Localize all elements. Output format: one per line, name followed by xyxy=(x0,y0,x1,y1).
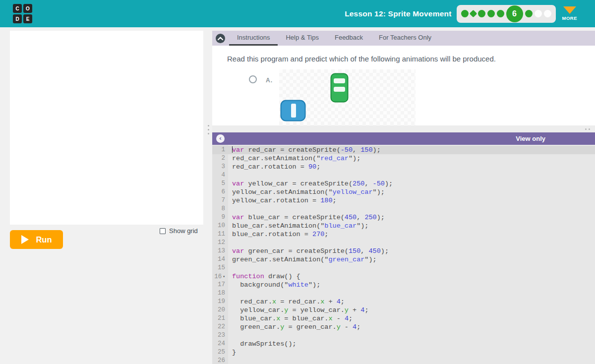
instructions-content: Read this program and predict which of t… xyxy=(212,46,595,125)
line-number: 10 xyxy=(212,222,228,230)
workspace-header: ‹ View only xyxy=(212,132,595,145)
progress-bubble-4[interactable] xyxy=(487,10,495,17)
line-number: 21 xyxy=(212,314,228,323)
collapse-code-button[interactable]: ‹ xyxy=(216,134,225,143)
code-lines: 1var red_car = createSprite(-50, 150);2r… xyxy=(212,145,595,364)
progress-bubble-5[interactable] xyxy=(497,10,504,17)
code-line-8: 8 xyxy=(212,205,595,213)
chevron-up-icon xyxy=(218,37,223,40)
instruction-prompt: Read this program and predict which of t… xyxy=(227,55,496,63)
line-number: 9 xyxy=(212,213,228,222)
code-editor[interactable]: 1var red_car = createSprite(-50, 150);2r… xyxy=(212,145,595,364)
animation-preview xyxy=(279,69,416,125)
progress-bubble-6[interactable]: 6 xyxy=(506,5,523,22)
panel-resize-handle-vertical[interactable] xyxy=(206,120,211,139)
progress-bubbles: 6 xyxy=(457,5,556,23)
collapse-instructions-button[interactable] xyxy=(216,34,225,43)
progress-bubble-2[interactable] xyxy=(469,10,477,18)
code-line-21: 21 blue_car.x = blue_car.x - 4; xyxy=(212,314,595,323)
line-number: 13 xyxy=(212,247,228,255)
green-car-sprite xyxy=(330,73,349,103)
top-header: C O D E Lesson 12: Sprite Movement 6 MOR… xyxy=(0,0,595,27)
tab-for-teachers-only[interactable]: For Teachers Only xyxy=(371,31,439,46)
line-number: 23 xyxy=(212,331,228,340)
code-line-2: 2red_car.setAnimation("red_car"); xyxy=(212,154,595,163)
progress-bubble-1[interactable] xyxy=(461,10,469,17)
chevron-left-icon: ‹ xyxy=(219,135,222,141)
panel-resize-handle-horizontal[interactable] xyxy=(212,125,595,132)
tab-list: InstructionsHelp & TipsFeedbackFor Teach… xyxy=(229,31,439,46)
code-line-4: 4 xyxy=(212,171,595,180)
logo-letter: E xyxy=(23,14,32,23)
show-grid-label: Show grid xyxy=(169,227,198,235)
chevron-down-icon xyxy=(563,6,576,14)
progress-bubble-3[interactable] xyxy=(478,10,485,17)
play-icon xyxy=(21,235,29,244)
code-line-25: 25} xyxy=(212,348,595,357)
code-line-26: 26 xyxy=(212,357,595,364)
code-line-15: 15 xyxy=(212,264,595,272)
line-number: 22 xyxy=(212,323,228,331)
code-line-9: 9var blue_car = createSprite(450, 250); xyxy=(212,213,595,222)
code-line-12: 12 xyxy=(212,239,595,247)
code-line-16: 16▾function draw() { xyxy=(212,272,595,281)
code-line-14: 14green_car.setAnimation("green_car"); xyxy=(212,255,595,264)
line-number: 18 xyxy=(212,289,228,298)
line-number: 1 xyxy=(212,146,228,154)
code-line-7: 7yellow_car.rotation = 180; xyxy=(212,196,595,205)
tab-help-tips[interactable]: Help & Tips xyxy=(278,31,326,46)
line-number: 12 xyxy=(212,239,228,247)
line-number: 8 xyxy=(212,205,228,213)
code-line-11: 11blue_car.rotation = 270; xyxy=(212,230,595,239)
line-number: 5 xyxy=(212,180,228,188)
logo-letter: D xyxy=(13,14,22,23)
progress-bubble-8[interactable] xyxy=(535,10,542,17)
line-number: 11 xyxy=(212,230,228,239)
code-line-6: 6yellow_car.setAnimation("yellow_car"); xyxy=(212,188,595,196)
line-number: 19 xyxy=(212,298,228,306)
line-number: 4 xyxy=(212,171,228,180)
view-only-badge: View only xyxy=(516,135,545,142)
code-line-22: 22 green_car.y = green_car.y - 4; xyxy=(212,323,595,331)
right-panel: InstructionsHelp & TipsFeedbackFor Teach… xyxy=(212,31,595,364)
code-line-3: 3red_car.rotation = 90; xyxy=(212,163,595,171)
more-label: MORE xyxy=(562,15,578,21)
main-area: Show grid Run InstructionsHelp & TipsFee… xyxy=(0,27,595,364)
code-line-17: 17 background("white"); xyxy=(212,281,595,289)
code-line-10: 10blue_car.setAnimation("blue_car"); xyxy=(212,222,595,230)
code-line-23: 23 xyxy=(212,331,595,340)
line-number: 26 xyxy=(212,357,228,364)
line-number: 15 xyxy=(212,264,228,272)
show-grid-checkbox[interactable] xyxy=(160,228,166,234)
instructions-tab-bar: InstructionsHelp & TipsFeedbackFor Teach… xyxy=(212,31,595,46)
code-line-20: 20 yellow_car.y = yellow_car.y + 4; xyxy=(212,306,595,314)
line-number: 16▾ xyxy=(212,272,228,281)
page: C O D E Lesson 12: Sprite Movement 6 MOR… xyxy=(0,0,595,364)
blue-car-sprite xyxy=(280,100,306,121)
lesson-title: Lesson 12: Sprite Movement xyxy=(345,9,451,18)
code-line-24: 24 drawSprites(); xyxy=(212,340,595,348)
show-grid-control[interactable]: Show grid xyxy=(160,227,198,235)
more-button[interactable]: MORE xyxy=(562,6,578,21)
code-org-logo[interactable]: C O D E xyxy=(13,4,32,23)
code-line-19: 19 red_car.x = red_car.x + 4; xyxy=(212,298,595,306)
progress-bubble-7[interactable] xyxy=(525,10,533,17)
option-a-label: A. xyxy=(266,77,273,84)
line-number: 14 xyxy=(212,255,228,264)
fold-arrow-icon[interactable]: ▾ xyxy=(223,274,225,279)
code-line-5: 5var yellow_car = createSprite(250, -50)… xyxy=(212,180,595,188)
run-button[interactable]: Run xyxy=(10,230,63,249)
code-line-18: 18 xyxy=(212,289,595,298)
game-canvas xyxy=(10,31,203,225)
option-a-radio[interactable] xyxy=(249,75,257,83)
tab-feedback[interactable]: Feedback xyxy=(327,31,371,46)
line-number: 17 xyxy=(212,281,228,289)
progress-bubble-9[interactable] xyxy=(544,10,551,17)
line-number: 2 xyxy=(212,154,228,163)
line-number: 3 xyxy=(212,163,228,171)
code-line-13: 13var green_car = createSprite(150, 450)… xyxy=(212,247,595,255)
line-number: 24 xyxy=(212,340,228,348)
tab-instructions[interactable]: Instructions xyxy=(229,31,278,46)
line-number: 25 xyxy=(212,348,228,357)
code-line-1: 1var red_car = createSprite(-50, 150); xyxy=(212,146,595,154)
